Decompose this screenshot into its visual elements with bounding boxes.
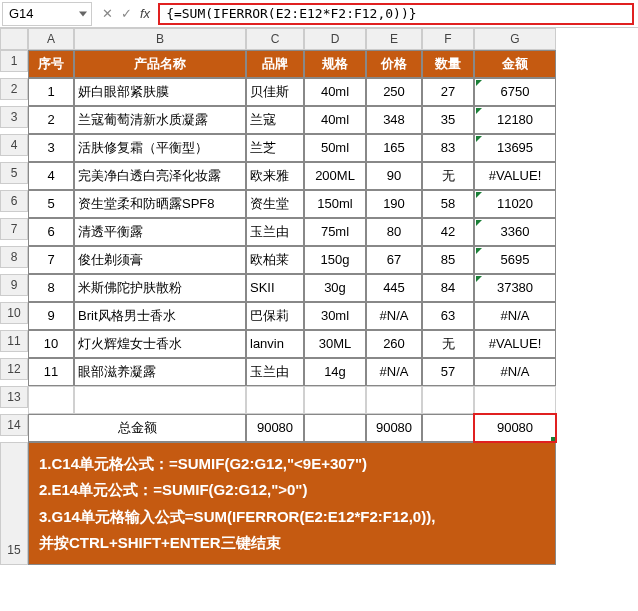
header-amt[interactable]: 金额 (474, 50, 556, 78)
table-cell[interactable]: 83 (422, 134, 474, 162)
table-cell[interactable]: 445 (366, 274, 422, 302)
total-e14[interactable]: 90080 (366, 414, 422, 442)
table-cell[interactable]: 35 (422, 106, 474, 134)
table-cell[interactable]: 30g (304, 274, 366, 302)
table-cell[interactable]: 67 (366, 246, 422, 274)
confirm-icon[interactable]: ✓ (121, 6, 132, 21)
empty-cell[interactable] (246, 386, 304, 414)
table-cell[interactable]: 12180 (474, 106, 556, 134)
table-cell[interactable]: 30ml (304, 302, 366, 330)
table-cell[interactable]: 1 (28, 78, 74, 106)
header-seq[interactable]: 序号 (28, 50, 74, 78)
col-head-C[interactable]: C (246, 28, 304, 50)
table-cell[interactable]: 150g (304, 246, 366, 274)
total-g14-selected[interactable]: 90080 (474, 414, 556, 442)
empty-cell[interactable] (422, 414, 474, 442)
row-head-10[interactable]: 10 (0, 302, 28, 324)
table-cell[interactable]: 260 (366, 330, 422, 358)
header-price[interactable]: 价格 (366, 50, 422, 78)
table-cell[interactable]: 150ml (304, 190, 366, 218)
table-cell[interactable]: 清透平衡露 (74, 218, 246, 246)
table-cell[interactable]: 37380 (474, 274, 556, 302)
table-cell[interactable]: 11020 (474, 190, 556, 218)
row-head-3[interactable]: 3 (0, 106, 28, 128)
table-cell[interactable]: 妍白眼部紧肤膜 (74, 78, 246, 106)
table-cell[interactable]: 13695 (474, 134, 556, 162)
table-cell[interactable]: 巴保莉 (246, 302, 304, 330)
table-cell[interactable]: 3360 (474, 218, 556, 246)
table-cell[interactable]: 完美净白透白亮泽化妆露 (74, 162, 246, 190)
table-cell[interactable]: 190 (366, 190, 422, 218)
table-cell[interactable]: 40ml (304, 78, 366, 106)
header-qty[interactable]: 数量 (422, 50, 474, 78)
table-cell[interactable]: #VALUE! (474, 330, 556, 358)
table-cell[interactable]: Brit风格男士香水 (74, 302, 246, 330)
row-head-12[interactable]: 12 (0, 358, 28, 380)
empty-cell[interactable] (304, 386, 366, 414)
row-head-5[interactable]: 5 (0, 162, 28, 184)
row-head-8[interactable]: 8 (0, 246, 28, 268)
row-head-11[interactable]: 11 (0, 330, 28, 352)
empty-cell[interactable] (28, 386, 74, 414)
table-cell[interactable]: 165 (366, 134, 422, 162)
empty-cell[interactable] (474, 386, 556, 414)
table-cell[interactable]: 200ML (304, 162, 366, 190)
table-cell[interactable]: 5695 (474, 246, 556, 274)
table-cell[interactable]: 2 (28, 106, 74, 134)
table-cell[interactable]: 眼部滋养凝露 (74, 358, 246, 386)
formula-input[interactable]: {=SUM(IFERROR(E2:E12*F2:F12,0))} (158, 3, 634, 25)
empty-cell[interactable] (422, 386, 474, 414)
row-head-1[interactable]: 1 (0, 50, 28, 72)
table-cell[interactable]: 8 (28, 274, 74, 302)
table-cell[interactable]: 84 (422, 274, 474, 302)
table-cell[interactable]: 资生堂 (246, 190, 304, 218)
col-head-E[interactable]: E (366, 28, 422, 50)
col-head-D[interactable]: D (304, 28, 366, 50)
table-cell[interactable]: 5 (28, 190, 74, 218)
table-cell[interactable]: 6 (28, 218, 74, 246)
table-cell[interactable]: 4 (28, 162, 74, 190)
table-cell[interactable]: 7 (28, 246, 74, 274)
table-cell[interactable]: 85 (422, 246, 474, 274)
table-cell[interactable]: 9 (28, 302, 74, 330)
row-head-14[interactable]: 14 (0, 414, 28, 436)
table-cell[interactable]: lanvin (246, 330, 304, 358)
col-head-F[interactable]: F (422, 28, 474, 50)
col-head-B[interactable]: B (74, 28, 246, 50)
table-cell[interactable]: 欧来雅 (246, 162, 304, 190)
table-cell[interactable]: 90 (366, 162, 422, 190)
cancel-icon[interactable]: ✕ (102, 6, 113, 21)
row-head-13[interactable]: 13 (0, 386, 28, 408)
table-cell[interactable]: 兰寇葡萄清新水质凝露 (74, 106, 246, 134)
row-head-9[interactable]: 9 (0, 274, 28, 296)
table-cell[interactable]: #N/A (366, 302, 422, 330)
total-label[interactable]: 总金额 (28, 414, 246, 442)
table-cell[interactable]: 80 (366, 218, 422, 246)
table-cell[interactable]: 欧柏莱 (246, 246, 304, 274)
table-cell[interactable]: 资生堂柔和防晒露SPF8 (74, 190, 246, 218)
spreadsheet-grid[interactable]: A B C D E F G 1 序号 产品名称 品牌 规格 价格 数量 金额 2… (0, 28, 638, 565)
table-cell[interactable]: 30ML (304, 330, 366, 358)
table-cell[interactable]: 14g (304, 358, 366, 386)
table-cell[interactable]: 灯火辉煌女士香水 (74, 330, 246, 358)
name-box[interactable]: G14 (2, 2, 92, 26)
table-cell[interactable]: 米斯佛陀护肤散粉 (74, 274, 246, 302)
table-cell[interactable]: 俊仕剃须膏 (74, 246, 246, 274)
row-head-6[interactable]: 6 (0, 190, 28, 212)
empty-cell[interactable] (366, 386, 422, 414)
table-cell[interactable]: 27 (422, 78, 474, 106)
empty-cell[interactable] (74, 386, 246, 414)
table-cell[interactable]: 3 (28, 134, 74, 162)
name-box-dropdown-icon[interactable] (79, 11, 87, 16)
table-cell[interactable]: 58 (422, 190, 474, 218)
row-head-2[interactable]: 2 (0, 78, 28, 100)
table-cell[interactable]: #N/A (366, 358, 422, 386)
col-head-A[interactable]: A (28, 28, 74, 50)
header-brand[interactable]: 品牌 (246, 50, 304, 78)
table-cell[interactable]: 42 (422, 218, 474, 246)
table-cell[interactable]: 兰芝 (246, 134, 304, 162)
table-cell[interactable]: 玉兰由 (246, 218, 304, 246)
table-cell[interactable]: #N/A (474, 358, 556, 386)
col-head-G[interactable]: G (474, 28, 556, 50)
table-cell[interactable]: 兰寇 (246, 106, 304, 134)
